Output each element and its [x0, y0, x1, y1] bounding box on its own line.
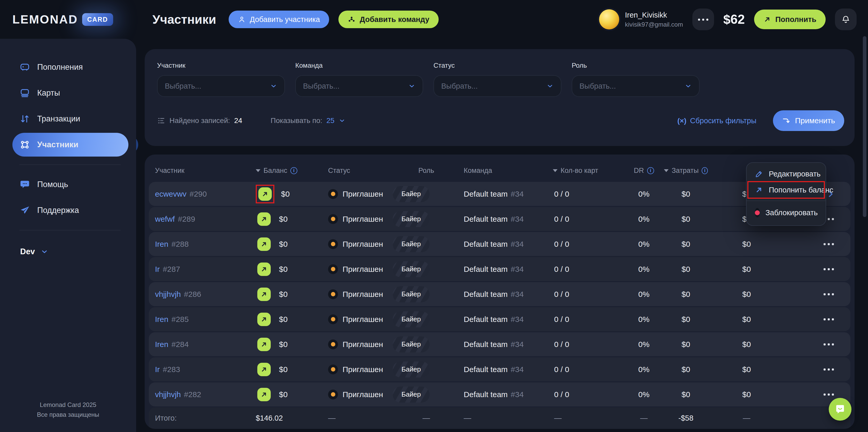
annotation-box: [256, 261, 272, 277]
members-network-icon: [20, 140, 30, 150]
table-row[interactable]: wefwf#289 $0 Приглашен Байер Default tea…: [149, 207, 850, 231]
filter-select-member[interactable]: Выбрать...: [157, 75, 285, 97]
topup-arrow-icon[interactable]: [257, 338, 271, 351]
member-link[interactable]: vhjjhvjh: [155, 390, 181, 399]
cards-count-cell: 0 / 0: [549, 390, 624, 399]
sidebar-item-topups[interactable]: Пополнения: [12, 55, 128, 79]
topup-arrow-icon[interactable]: [257, 212, 271, 226]
menu-item-edit[interactable]: Редактировать: [748, 166, 824, 182]
role-cell: Байер: [393, 186, 460, 202]
add-team-button[interactable]: Добавить команду: [338, 10, 439, 28]
team-cell: Default team#34: [460, 340, 549, 349]
person-icon: [238, 16, 246, 23]
row-menu-button[interactable]: [823, 318, 835, 320]
filter-select-team[interactable]: Выбрать...: [295, 75, 423, 97]
col-spend[interactable]: Затраты: [664, 167, 708, 175]
sidebar-item-transactions[interactable]: Транзакции: [12, 107, 128, 131]
dr-cell: 0%: [624, 240, 664, 249]
col-member[interactable]: Участник: [155, 167, 256, 175]
member-link[interactable]: ecwevwv: [155, 190, 187, 198]
table-row[interactable]: Ir#283 $0 Приглашен Байер Default team#3…: [149, 357, 850, 381]
col-balance[interactable]: Баланс: [256, 167, 328, 175]
table-row[interactable]: ecwevwv#290 $0 Приглашен Байер Default t…: [149, 182, 850, 206]
topup-arrow-icon[interactable]: [257, 263, 271, 276]
filter-select-status[interactable]: Выбрать...: [433, 75, 561, 97]
user-email: kivisik97@gmail.com: [625, 21, 683, 28]
spend-cell: $0: [664, 265, 708, 274]
scrollbar-thumb[interactable]: [863, 36, 866, 217]
topup-arrow-icon[interactable]: [257, 363, 271, 376]
notifications-button[interactable]: [835, 8, 857, 30]
topup-arrow-icon[interactable]: [257, 388, 271, 401]
per-page-value: 25: [327, 117, 335, 125]
reset-filters-button[interactable]: Сбросить фильтры: [677, 117, 756, 125]
topup-arrow-icon[interactable]: [257, 287, 271, 301]
role-badge: Байер: [393, 261, 430, 277]
member-cell: Ir#287: [155, 265, 256, 274]
dr-cell: 0%: [624, 365, 664, 374]
topup-button[interactable]: Пополнить: [754, 9, 826, 29]
chat-widget-button[interactable]: [829, 398, 851, 421]
col-cards[interactable]: Кол-во карт: [549, 167, 624, 175]
spend-cell: $0: [664, 215, 708, 223]
per-page-select[interactable]: Показывать по: 25: [271, 117, 345, 125]
filter-select-role[interactable]: Выбрать...: [572, 75, 700, 97]
info-icon[interactable]: [647, 167, 654, 174]
sidebar-item-members[interactable]: Участники: [12, 133, 128, 157]
filter-label-member: Участник: [157, 61, 285, 69]
menu-item-topup-balance[interactable]: Пополнить баланс: [748, 182, 824, 198]
user-profile[interactable]: Iren_Kivisikk kivisik97@gmail.com: [599, 9, 683, 29]
member-link[interactable]: Ir: [155, 365, 160, 374]
table-row[interactable]: Iren#284 $0 Приглашен Байер Default team…: [149, 332, 850, 356]
sidebar-item-support[interactable]: Поддержка: [12, 198, 128, 222]
row-menu-button[interactable]: [823, 268, 835, 270]
sidebar-item-help[interactable]: Помощь: [12, 173, 128, 196]
balance-value: $0: [279, 340, 287, 349]
member-link[interactable]: Iren: [155, 240, 168, 248]
actions-cell: [785, 293, 844, 295]
member-link[interactable]: Ir: [155, 265, 160, 273]
role-cell: Байер: [393, 236, 460, 252]
row-menu-button[interactable]: [823, 394, 835, 396]
member-cell: Ir#283: [155, 365, 256, 374]
row-menu-button[interactable]: [823, 368, 835, 371]
topup-arrow-icon[interactable]: [257, 238, 271, 251]
info-icon[interactable]: [290, 167, 297, 174]
col-team[interactable]: Команда: [460, 167, 549, 175]
member-link[interactable]: Iren: [155, 315, 168, 323]
table-row[interactable]: vhjjhvjh#286 $0 Приглашен Байер Default …: [149, 282, 850, 306]
sidebar-item-cards[interactable]: Карты: [12, 81, 128, 105]
apply-filters-button[interactable]: Применить: [773, 110, 844, 131]
table-row[interactable]: vhjjhvjh#282 $0 Приглашен Байер Default …: [149, 382, 850, 406]
member-link[interactable]: Iren: [155, 340, 168, 348]
table-row[interactable]: Iren#288 $0 Приглашен Байер Default team…: [149, 232, 850, 256]
table-row[interactable]: Iren#285 $0 Приглашен Байер Default team…: [149, 307, 850, 331]
member-link[interactable]: wefwf: [155, 215, 175, 223]
member-link[interactable]: vhjjhvjh: [155, 290, 181, 299]
arrow-up-right-icon: [755, 186, 763, 194]
col-dr[interactable]: DR: [624, 167, 664, 175]
dev-toggle[interactable]: Dev: [20, 247, 136, 256]
row-menu-button[interactable]: [823, 293, 835, 295]
balance-value: $0: [279, 265, 287, 274]
balance-cell: $0: [256, 185, 328, 203]
topup-arrow-icon[interactable]: [257, 313, 271, 326]
balance-value: $0: [279, 315, 287, 324]
menu-item-block[interactable]: Заблокировать: [748, 204, 824, 222]
add-member-button[interactable]: Добавить участника: [228, 10, 329, 28]
more-button[interactable]: [692, 8, 714, 30]
table-row[interactable]: Ir#287 $0 Приглашен Байер Default team#3…: [149, 257, 850, 281]
row-menu-button[interactable]: [823, 243, 835, 245]
status-label: Приглашен: [343, 265, 383, 274]
avatar: [599, 9, 619, 29]
extra-spend-cell: $0: [708, 290, 785, 299]
balance-cell: $0: [256, 386, 328, 403]
balance-value: $0: [279, 365, 287, 374]
topup-arrow-icon[interactable]: [258, 187, 272, 201]
status-cell: Приглашен: [328, 365, 393, 374]
info-icon[interactable]: [702, 167, 708, 174]
dr-cell: 0%: [624, 340, 664, 349]
row-menu-button[interactable]: [823, 343, 835, 345]
col-status[interactable]: Статус: [328, 167, 393, 175]
col-role[interactable]: Роль: [393, 167, 460, 175]
